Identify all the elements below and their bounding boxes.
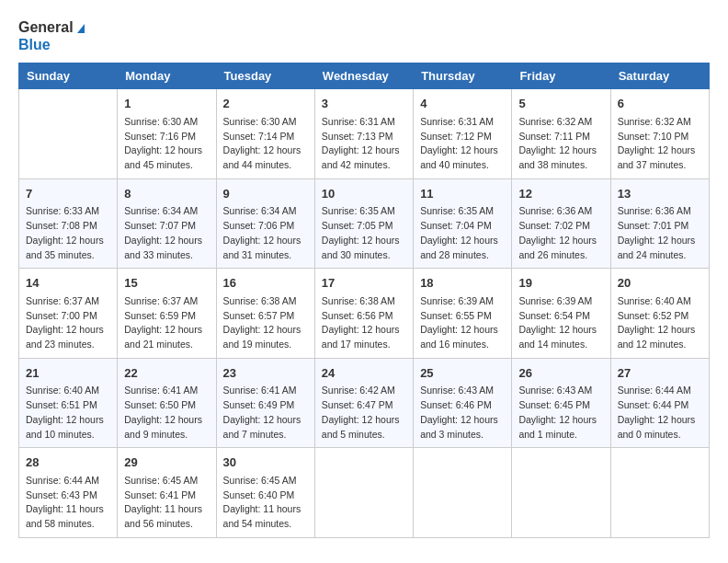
cell-info: Sunrise: 6:36 AM [518, 204, 603, 219]
day-number: 6 [618, 95, 702, 113]
cell-info: Sunset: 6:54 PM [518, 309, 603, 324]
calendar-cell: 8Sunrise: 6:34 AMSunset: 7:07 PMDaylight… [118, 178, 216, 269]
calendar-cell: 15Sunrise: 6:37 AMSunset: 6:59 PMDayligh… [118, 269, 216, 359]
cell-info: Daylight: 12 hours [26, 413, 110, 428]
cell-info: Sunrise: 6:45 AM [223, 474, 308, 488]
day-number: 2 [223, 95, 308, 113]
cell-info: Daylight: 12 hours [420, 413, 505, 428]
logo: General Blue [18, 18, 85, 53]
day-number: 20 [618, 274, 702, 293]
logo-line1: General [18, 18, 85, 36]
cell-info: Sunset: 7:01 PM [618, 219, 702, 234]
cell-info: Sunset: 6:51 PM [26, 398, 110, 413]
calendar-cell: 10Sunrise: 6:35 AMSunset: 7:05 PMDayligh… [314, 178, 413, 269]
cell-info: and 56 minutes. [124, 517, 209, 532]
day-number: 10 [322, 185, 406, 203]
cell-info: Sunset: 7:13 PM [322, 130, 406, 144]
cell-info: Sunrise: 6:32 AM [618, 115, 702, 130]
cell-info: Sunrise: 6:41 AM [223, 384, 308, 398]
cell-info: Sunset: 6:47 PM [322, 398, 406, 413]
cell-info: Daylight: 12 hours [518, 144, 603, 158]
cell-info: Daylight: 12 hours [420, 234, 505, 248]
cell-info: and 17 minutes. [322, 338, 406, 352]
header-day-tuesday: Tuesday [216, 63, 314, 89]
day-number: 30 [223, 454, 308, 472]
header-day-sunday: Sunday [19, 63, 118, 89]
calendar-cell [19, 89, 118, 179]
cell-info: Daylight: 12 hours [124, 323, 209, 338]
calendar-cell: 16Sunrise: 6:38 AMSunset: 6:57 PMDayligh… [216, 269, 314, 359]
day-number: 13 [618, 185, 702, 203]
cell-info: Sunrise: 6:34 AM [223, 204, 308, 219]
calendar-cell: 5Sunrise: 6:32 AMSunset: 7:11 PMDaylight… [512, 89, 610, 179]
cell-info: Sunrise: 6:35 AM [322, 204, 406, 219]
cell-info: and 3 minutes. [420, 428, 505, 442]
calendar-cell [414, 448, 512, 538]
cell-info: Sunset: 6:43 PM [26, 488, 110, 503]
day-number: 18 [420, 274, 505, 293]
cell-info: Daylight: 12 hours [518, 323, 603, 338]
calendar-cell: 18Sunrise: 6:39 AMSunset: 6:55 PMDayligh… [414, 269, 512, 359]
cell-info: Sunset: 6:56 PM [322, 309, 406, 324]
cell-info: and 10 minutes. [26, 428, 110, 442]
calendar-cell: 21Sunrise: 6:40 AMSunset: 6:51 PMDayligh… [19, 358, 118, 448]
cell-info: Daylight: 12 hours [618, 413, 702, 428]
cell-info: Sunset: 6:55 PM [420, 309, 505, 324]
cell-info: Sunrise: 6:35 AM [420, 204, 505, 219]
cell-info: and 16 minutes. [420, 338, 505, 352]
cell-info: and 7 minutes. [223, 428, 308, 442]
cell-info: Daylight: 11 hours [26, 502, 110, 517]
calendar-cell [610, 448, 709, 538]
cell-info: Sunrise: 6:43 AM [420, 384, 505, 398]
cell-info: and 42 minutes. [322, 158, 406, 173]
cell-info: and 30 minutes. [322, 248, 406, 263]
day-number: 22 [124, 364, 209, 383]
cell-info: Sunrise: 6:37 AM [124, 294, 209, 309]
day-number: 1 [124, 95, 209, 113]
cell-info: and 23 minutes. [26, 338, 110, 352]
calendar-cell: 12Sunrise: 6:36 AMSunset: 7:02 PMDayligh… [512, 178, 610, 269]
cell-info: Sunrise: 6:38 AM [322, 294, 406, 309]
calendar-cell: 6Sunrise: 6:32 AMSunset: 7:10 PMDaylight… [610, 89, 709, 179]
cell-info: Daylight: 12 hours [124, 144, 209, 158]
calendar-cell [512, 448, 610, 538]
calendar-cell: 9Sunrise: 6:34 AMSunset: 7:06 PMDaylight… [216, 178, 314, 269]
day-number: 14 [26, 274, 110, 293]
cell-info: Sunset: 7:04 PM [420, 219, 505, 234]
cell-info: Sunrise: 6:45 AM [124, 474, 209, 488]
cell-info: Sunset: 6:50 PM [124, 398, 209, 413]
day-number: 17 [322, 274, 406, 293]
cell-info: Sunrise: 6:31 AM [420, 115, 505, 130]
day-number: 7 [26, 185, 110, 203]
cell-info: Sunset: 6:59 PM [124, 309, 209, 324]
calendar-header: SundayMondayTuesdayWednesdayThursdayFrid… [19, 63, 710, 89]
calendar-cell: 13Sunrise: 6:36 AMSunset: 7:01 PMDayligh… [610, 178, 709, 269]
cell-info: and 26 minutes. [518, 248, 603, 263]
cell-info: Daylight: 12 hours [322, 413, 406, 428]
day-number: 29 [124, 454, 209, 472]
cell-info: Sunrise: 6:38 AM [223, 294, 308, 309]
logo-container: General Blue [18, 18, 85, 53]
cell-info: and 24 minutes. [618, 248, 702, 263]
cell-info: Sunrise: 6:34 AM [124, 204, 209, 219]
day-number: 15 [124, 274, 209, 293]
cell-info: Sunrise: 6:44 AM [618, 384, 702, 398]
cell-info: Daylight: 12 hours [223, 144, 308, 158]
calendar-cell: 19Sunrise: 6:39 AMSunset: 6:54 PMDayligh… [512, 269, 610, 359]
cell-info: and 14 minutes. [518, 338, 603, 352]
cell-info: and 1 minute. [518, 428, 603, 442]
cell-info: Daylight: 12 hours [322, 323, 406, 338]
cell-info: Sunset: 7:11 PM [518, 130, 603, 144]
day-number: 8 [124, 185, 209, 203]
cell-info: and 9 minutes. [124, 428, 209, 442]
cell-info: Sunrise: 6:41 AM [124, 384, 209, 398]
header-row: SundayMondayTuesdayWednesdayThursdayFrid… [19, 63, 710, 89]
cell-info: Sunset: 7:10 PM [618, 130, 702, 144]
calendar-cell: 25Sunrise: 6:43 AMSunset: 6:46 PMDayligh… [414, 358, 512, 448]
calendar-cell [314, 448, 413, 538]
header-day-saturday: Saturday [610, 63, 709, 89]
cell-info: Daylight: 12 hours [223, 323, 308, 338]
cell-info: Sunset: 6:44 PM [618, 398, 702, 413]
calendar-cell: 28Sunrise: 6:44 AMSunset: 6:43 PMDayligh… [19, 448, 118, 538]
week-row-4: 21Sunrise: 6:40 AMSunset: 6:51 PMDayligh… [19, 358, 710, 448]
